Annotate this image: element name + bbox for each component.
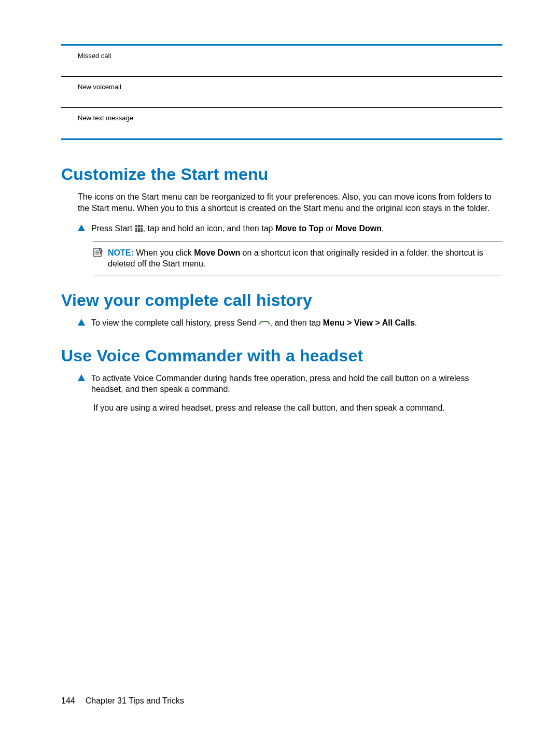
- note-callout: NOTE: When you click Move Down on a shor…: [93, 242, 502, 275]
- svg-rect-1: [138, 225, 140, 227]
- text-fragment: , tap and hold an icon, and then tap: [143, 224, 275, 233]
- chapter-label: Chapter 31 Tips and Tricks: [86, 696, 184, 705]
- bold-text: Menu > View > All Calls: [323, 318, 415, 327]
- step-bullet-icon: [78, 224, 85, 231]
- step-bullet-icon: [78, 319, 85, 326]
- text-fragment: To view the complete call history, press…: [91, 318, 259, 327]
- svg-rect-2: [141, 225, 143, 227]
- note-text: NOTE: When you click Move Down on a shor…: [108, 247, 502, 270]
- step-text: To activate Voice Commander during hands…: [91, 373, 502, 395]
- step-text: To view the complete call history, press…: [91, 317, 417, 329]
- page-number: 144: [61, 696, 75, 706]
- step-item: To activate Voice Commander during hands…: [61, 373, 502, 395]
- page: Missed call New voicemail New text messa…: [0, 0, 560, 745]
- heading-customize-start-menu: Customize the Start menu: [61, 165, 502, 184]
- text-fragment: .: [382, 224, 384, 233]
- svg-rect-6: [135, 230, 137, 232]
- bold-text: Move Down: [335, 224, 382, 233]
- text-fragment: To activate Voice Commander during hands…: [91, 374, 469, 394]
- intro-paragraph: The icons on the Start menu can be reorg…: [61, 191, 502, 214]
- table-bottom-rule: [61, 138, 502, 140]
- heading-view-call-history: View your complete call history: [61, 291, 502, 310]
- bold-text: Move Down: [194, 248, 240, 257]
- svg-rect-0: [135, 225, 137, 227]
- note-label: NOTE:: [108, 248, 134, 257]
- body-paragraph: If you are using a wired headset, press …: [61, 402, 502, 414]
- text-fragment: or: [324, 224, 335, 233]
- svg-rect-5: [141, 228, 143, 230]
- table-row: New voicemail: [61, 77, 502, 107]
- svg-rect-3: [135, 228, 137, 230]
- text-fragment: , and then tap: [270, 318, 323, 327]
- step-item: To view the complete call history, press…: [61, 317, 502, 329]
- svg-rect-7: [138, 230, 140, 232]
- note-icon: [93, 248, 103, 257]
- svg-rect-8: [141, 230, 143, 232]
- text-fragment: When you click: [134, 248, 194, 257]
- step-bullet-icon: [78, 374, 85, 381]
- text-fragment: .: [415, 318, 417, 327]
- heading-voice-commander-headset: Use Voice Commander with a headset: [61, 346, 502, 366]
- table-row: Missed call: [61, 46, 502, 76]
- bold-text: Move to Top: [275, 224, 324, 233]
- send-icon: [259, 318, 270, 324]
- table-row: New text message: [61, 108, 502, 138]
- step-text: Press Start , tap and hold an icon, and …: [91, 223, 384, 234]
- step-item: Press Start , tap and hold an icon, and …: [61, 223, 502, 234]
- start-icon: [135, 224, 143, 233]
- page-footer: 144Chapter 31 Tips and Tricks: [61, 696, 184, 706]
- text-fragment: Press Start: [91, 224, 135, 233]
- svg-rect-4: [138, 228, 140, 230]
